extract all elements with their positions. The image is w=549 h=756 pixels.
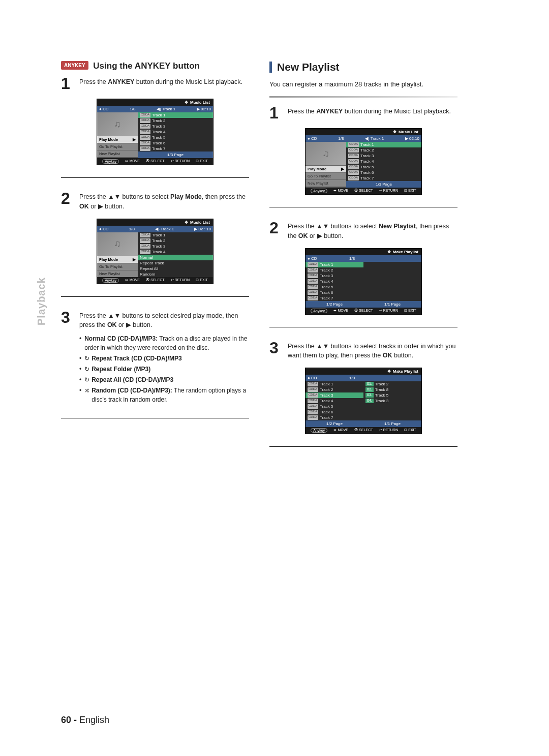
footer-return: ↩ RETURN [171, 159, 190, 164]
step-number: 1 [269, 105, 283, 121]
track-row[interactable]: CDDATrack 6 [306, 409, 363, 415]
footer-move: ⬌ MOVE [333, 428, 348, 433]
page-indicator: 1/1 Page [363, 420, 421, 427]
track-row[interactable]: CDDATrack 1 [138, 112, 213, 118]
ui-make-playlist-2: ❖Make Playlist ● CD1/8 CDDATrack 1 CDDAT… [305, 368, 422, 434]
footer-anykey[interactable]: Anykey [102, 159, 119, 164]
right-step-2: 2 Press the ▲▼ buttons to select New Pla… [269, 220, 458, 241]
track-row[interactable]: CDDATrack 6 [306, 290, 363, 295]
album-art-icon: ♫ [306, 142, 346, 165]
playlist-slot[interactable]: 02.Track 8 [363, 387, 421, 392]
track-row[interactable]: CDDATrack 7 [346, 175, 421, 181]
repeat-icon: ↻ [84, 354, 89, 363]
ui-disc: ● CD [308, 256, 317, 261]
footer-exit: ⊡ EXIT [404, 309, 416, 313]
track-row[interactable]: CDDATrack 2 [346, 147, 421, 153]
track-row[interactable]: CDDATrack 3 [346, 153, 421, 159]
track-row[interactable]: CDDATrack 5 [306, 284, 363, 290]
submenu-normal[interactable]: Normal [138, 255, 213, 260]
footer-anykey[interactable]: Anykey [102, 278, 119, 283]
submenu-repeat-track[interactable]: Repeat Track [138, 260, 213, 266]
footer-move: ⬌ MOVE [333, 189, 348, 193]
track-row[interactable]: CDDATrack 4 [346, 159, 421, 164]
footer-return: ↩ RETURN [379, 309, 398, 313]
bullet-bold: Repeat Track (CD (CD-DA)/MP3 [92, 354, 181, 363]
submenu-random[interactable]: Random [138, 271, 213, 277]
track-row[interactable]: CDDATrack 6 [138, 140, 213, 146]
text: or ▶ button. [308, 232, 344, 239]
ui-disc: ● CD [308, 136, 317, 141]
text: Press the ▲▼ buttons to select desired p… [79, 312, 238, 329]
menu-play-mode[interactable]: Play Mode▶ [97, 256, 138, 263]
track-row[interactable]: CDDATrack 2 [138, 238, 213, 244]
footer-exit: ⊡ EXIT [404, 189, 416, 193]
step-number: 1 [61, 75, 74, 92]
track-row[interactable]: CDDATrack 1 [306, 262, 363, 267]
track-row[interactable]: CDDATrack 2 [306, 267, 363, 273]
ui-title: Make Playlist [393, 250, 418, 254]
page-indicator: 1/2 Page [306, 420, 363, 427]
track-row[interactable]: CDDATrack 2 [306, 387, 363, 392]
track-row[interactable]: CDDATrack 7 [306, 295, 363, 301]
track-row[interactable]: CDDATrack 4 [138, 249, 213, 255]
footer-return: ↩ RETURN [379, 189, 398, 193]
menu-new-playlist[interactable]: New Playlist [97, 150, 138, 157]
footer-exit: ⊡ EXIT [404, 428, 416, 433]
divider-gradient [269, 96, 458, 98]
ui-title: Music List [399, 130, 418, 134]
menu-new-playlist[interactable]: New Playlist [306, 179, 346, 187]
track-row[interactable]: CDDATrack 1 [138, 232, 213, 238]
track-row[interactable]: CDDATrack 4 [306, 398, 363, 404]
track-row[interactable]: CDDATrack 3 [306, 392, 363, 398]
menu-goto-playlist[interactable]: Go To Playlist [97, 263, 138, 270]
menu-goto-playlist[interactable]: Go To Playlist [306, 172, 346, 179]
footer-anykey[interactable]: Anykey [311, 189, 327, 193]
text-bold: Play Mode [170, 193, 202, 200]
menu-new-playlist[interactable]: New Playlist [97, 270, 138, 277]
text-bold: OK [383, 352, 392, 359]
track-row[interactable]: CDDATrack 7 [306, 415, 363, 420]
track-row[interactable]: CDDATrack 3 [138, 124, 213, 129]
playlist-slot[interactable]: 04.Track 3 [363, 398, 421, 404]
track-row[interactable]: CDDATrack 4 [138, 129, 213, 135]
ui-disc: ● CD [308, 376, 317, 380]
track-row[interactable]: CDDATrack 5 [138, 135, 213, 140]
intro-text: You can register a maximum 28 tracks in … [269, 80, 458, 88]
track-row[interactable]: CDDATrack 7 [138, 146, 213, 152]
ui-time: ▶ 02 : 10 [194, 227, 211, 231]
playlist-slot[interactable]: 03.Track 5 [363, 392, 421, 398]
footer-return: ↩ RETURN [379, 428, 398, 433]
footer-return: ↩ RETURN [171, 278, 190, 283]
track-row[interactable]: CDDATrack 6 [346, 170, 421, 175]
heading-bar-icon [269, 62, 272, 73]
ui-title: Music List [190, 220, 210, 225]
repeat-icon: ↻ [84, 365, 89, 374]
bullet-bold: Random (CD (CD-DA)/MP3): [92, 387, 172, 394]
heading-anykey-section: ANYKEY Using the ANYKEY button [61, 61, 249, 71]
text: Press the [79, 78, 108, 85]
track-row[interactable]: CDDATrack 2 [138, 118, 213, 124]
ui-nowplaying: ◀) Track 1 [157, 107, 175, 111]
text-bold: OK [107, 321, 117, 328]
track-row[interactable]: CDDATrack 3 [138, 244, 213, 249]
playlist-slot[interactable]: 01.Track 2 [363, 381, 421, 387]
menu-goto-playlist[interactable]: Go To Playlist [97, 143, 138, 150]
menu-play-mode[interactable]: Play Mode▶ [97, 136, 138, 143]
track-row[interactable]: CDDATrack 4 [306, 279, 363, 284]
ui-count: 1/8 [129, 227, 135, 231]
track-row[interactable]: CDDATrack 3 [306, 273, 363, 279]
track-row[interactable]: CDDATrack 1 [346, 142, 421, 147]
footer-select: ⦿ SELECT [146, 278, 164, 283]
right-column: New Playlist You can register a maximum … [269, 61, 458, 459]
menu-play-mode[interactable]: Play Mode▶ [306, 165, 346, 172]
ui-make-playlist-1: ❖Make Playlist ● CD1/8 CDDATrack 1 CDDAT… [305, 248, 422, 315]
track-row[interactable]: CDDATrack 5 [306, 404, 363, 409]
track-row[interactable]: CDDATrack 1 [306, 381, 363, 387]
footer-anykey[interactable]: Anykey [311, 309, 327, 313]
text: or ▶ button. [89, 203, 125, 210]
track-row[interactable]: CDDATrack 5 [346, 164, 421, 170]
footer-anykey[interactable]: Anykey [311, 428, 327, 433]
submenu-repeat-all[interactable]: Repeat All [138, 266, 213, 271]
bullet-bold: Normal CD (CD-DA)/MP3: [84, 335, 158, 342]
diamond-icon: ❖ [387, 250, 391, 254]
